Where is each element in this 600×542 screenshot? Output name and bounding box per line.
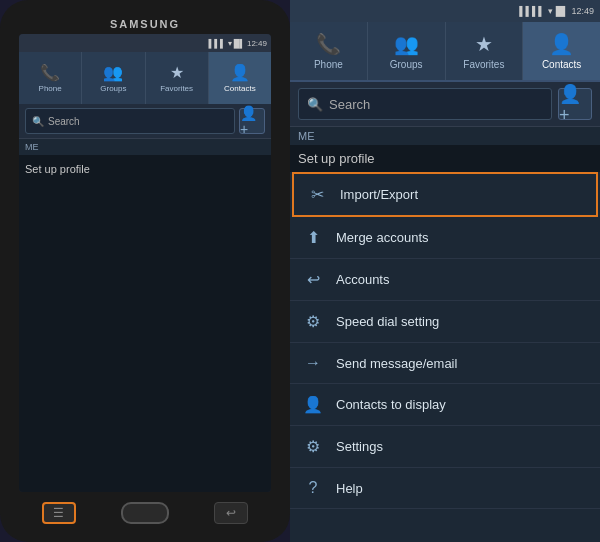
menu-item-import-export[interactable]: ✂ Import/Export [292, 172, 598, 217]
status-bar: ▌▌▌ ▾ █▌ 12:49 [19, 34, 271, 52]
right-tab-favorites-label: Favorites [463, 59, 504, 70]
right-tab-groups[interactable]: 👥 Groups [368, 22, 446, 80]
send-message-icon: → [302, 354, 324, 372]
right-signal-icon: ▌▌▌▌ [519, 6, 545, 16]
right-time-display: 12:49 [571, 6, 594, 16]
menu-item-speed-dial[interactable]: ⚙ Speed dial setting [290, 301, 600, 343]
right-wifi-icon: ▾ [548, 6, 553, 16]
right-search-icon: 🔍 [307, 97, 323, 112]
menu-button[interactable]: ☰ [42, 502, 76, 524]
right-nav-tabs: 📞 Phone 👥 Groups ★ Favorites 👤 Contacts [290, 22, 600, 82]
samsung-logo: SAMSUNG [110, 18, 180, 30]
phone-screen: ▌▌▌ ▾ █▌ 12:49 📞 Phone 👥 Groups ★ Favori… [19, 34, 271, 492]
speed-dial-icon: ⚙ [302, 312, 324, 331]
import-export-icon: ✂ [306, 185, 328, 204]
right-contacts-icon: 👤 [549, 32, 574, 56]
right-tab-phone[interactable]: 📞 Phone [290, 22, 368, 80]
context-menu-list: ✂ Import/Export ⬆ Merge accounts ↩ Accou… [290, 172, 600, 542]
menu-item-send-message[interactable]: → Send message/email [290, 343, 600, 384]
contacts-display-icon: 👤 [302, 395, 324, 414]
speed-dial-label: Speed dial setting [336, 314, 588, 329]
right-status-bar: ▌▌▌▌ ▾ █▌ 12:49 [290, 0, 600, 22]
phone-icon: 📞 [40, 63, 60, 82]
tab-contacts-label: Contacts [224, 84, 256, 93]
right-search-bar: 🔍 Search 👤+ [290, 82, 600, 127]
right-groups-icon: 👥 [394, 32, 419, 56]
send-message-label: Send message/email [336, 356, 588, 371]
right-search-field[interactable]: 🔍 Search [298, 88, 552, 120]
tab-favorites-label: Favorites [160, 84, 193, 93]
back-button[interactable]: ↩ [214, 502, 248, 524]
accounts-label: Accounts [336, 272, 588, 287]
right-tab-phone-label: Phone [314, 59, 343, 70]
settings-label: Settings [336, 439, 588, 454]
tab-phone[interactable]: 📞 Phone [19, 52, 82, 104]
back-icon: ↩ [226, 506, 236, 520]
search-placeholder: Search [48, 116, 80, 127]
right-add-contact-button[interactable]: 👤+ [558, 88, 592, 120]
search-icon: 🔍 [32, 116, 44, 127]
home-button[interactable] [121, 502, 169, 524]
search-bar: 🔍 Search 👤+ [19, 104, 271, 139]
right-tab-contacts[interactable]: 👤 Contacts [523, 22, 600, 80]
import-export-label: Import/Export [340, 187, 584, 202]
menu-item-settings[interactable]: ⚙ Settings [290, 426, 600, 468]
phone-device: SAMSUNG ▌▌▌ ▾ █▌ 12:49 📞 Phone 👥 Groups … [0, 0, 290, 542]
right-setup-profile[interactable]: Set up profile [290, 145, 600, 172]
me-section-label: ME [19, 139, 271, 155]
menu-item-merge-accounts[interactable]: ⬆ Merge accounts [290, 217, 600, 259]
groups-icon: 👥 [103, 63, 123, 82]
search-field[interactable]: 🔍 Search [25, 108, 235, 134]
right-phone-icon: 📞 [316, 32, 341, 56]
contacts-icon: 👤 [230, 63, 250, 82]
merge-accounts-icon: ⬆ [302, 228, 324, 247]
menu-item-help[interactable]: ? Help [290, 468, 600, 509]
nav-tabs: 📞 Phone 👥 Groups ★ Favorites 👤 Contacts [19, 52, 271, 104]
right-search-placeholder: Search [329, 97, 370, 112]
help-label: Help [336, 481, 588, 496]
menu-item-accounts[interactable]: ↩ Accounts [290, 259, 600, 301]
right-tab-groups-label: Groups [390, 59, 423, 70]
signal-icon: ▌▌▌ [209, 39, 226, 48]
tab-phone-label: Phone [39, 84, 62, 93]
time-display: 12:49 [247, 39, 267, 48]
tab-favorites[interactable]: ★ Favorites [146, 52, 209, 104]
add-contact-button[interactable]: 👤+ [239, 108, 265, 134]
tab-contacts[interactable]: 👤 Contacts [209, 52, 271, 104]
add-contact-icon: 👤+ [240, 105, 264, 137]
accounts-icon: ↩ [302, 270, 324, 289]
right-me-section-label: ME [290, 127, 600, 145]
phone-top-bar: SAMSUNG [10, 18, 280, 30]
right-battery-icon: █▌ [556, 6, 569, 16]
right-panel: ▌▌▌▌ ▾ █▌ 12:49 📞 Phone 👥 Groups ★ Favor… [290, 0, 600, 542]
help-icon: ? [302, 479, 324, 497]
phone-bottom-nav: ☰ ↩ [19, 496, 271, 530]
right-add-contact-icon: 👤+ [559, 83, 591, 126]
menu-item-contacts-display[interactable]: 👤 Contacts to display [290, 384, 600, 426]
wifi-icon: ▾ [228, 39, 232, 48]
right-tab-contacts-label: Contacts [542, 59, 581, 70]
settings-icon: ⚙ [302, 437, 324, 456]
right-tab-favorites[interactable]: ★ Favorites [446, 22, 524, 80]
battery-icon: █▌ [234, 39, 245, 48]
menu-icon: ☰ [53, 506, 64, 520]
right-favorites-icon: ★ [475, 32, 493, 56]
setup-profile-link[interactable]: Set up profile [19, 155, 271, 492]
merge-accounts-label: Merge accounts [336, 230, 588, 245]
tab-groups[interactable]: 👥 Groups [82, 52, 145, 104]
favorites-icon: ★ [170, 63, 184, 82]
tab-groups-label: Groups [100, 84, 126, 93]
contacts-display-label: Contacts to display [336, 397, 588, 412]
